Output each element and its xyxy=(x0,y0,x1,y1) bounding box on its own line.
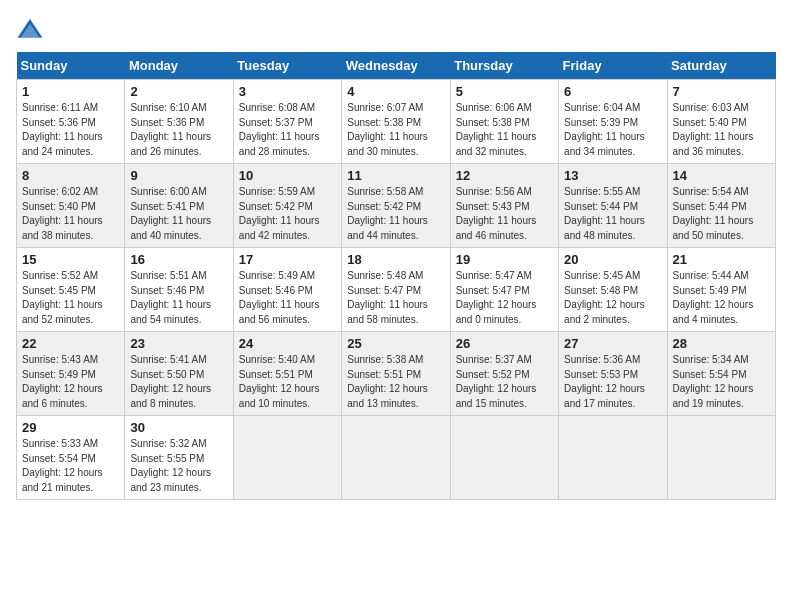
day-number: 14 xyxy=(673,168,770,183)
sunset-text: Sunset: 5:36 PM xyxy=(22,117,96,128)
calendar-day-cell: 5 Sunrise: 6:06 AM Sunset: 5:38 PM Dayli… xyxy=(450,80,558,164)
calendar-day-cell xyxy=(559,416,667,500)
calendar-day-cell: 28 Sunrise: 5:34 AM Sunset: 5:54 PM Dayl… xyxy=(667,332,775,416)
day-info: Sunrise: 5:59 AM Sunset: 5:42 PM Dayligh… xyxy=(239,185,336,243)
sunrise-text: Sunrise: 6:00 AM xyxy=(130,186,206,197)
calendar-day-cell: 23 Sunrise: 5:41 AM Sunset: 5:50 PM Dayl… xyxy=(125,332,233,416)
day-number: 10 xyxy=(239,168,336,183)
calendar-day-cell: 16 Sunrise: 5:51 AM Sunset: 5:46 PM Dayl… xyxy=(125,248,233,332)
sunset-text: Sunset: 5:38 PM xyxy=(347,117,421,128)
day-number: 27 xyxy=(564,336,661,351)
calendar-day-cell: 2 Sunrise: 6:10 AM Sunset: 5:36 PM Dayli… xyxy=(125,80,233,164)
calendar-day-cell: 25 Sunrise: 5:38 AM Sunset: 5:51 PM Dayl… xyxy=(342,332,450,416)
day-number: 30 xyxy=(130,420,227,435)
daylight-text: Daylight: 11 hours and 32 minutes. xyxy=(456,131,537,157)
daylight-text: Daylight: 12 hours and 15 minutes. xyxy=(456,383,537,409)
day-info: Sunrise: 5:32 AM Sunset: 5:55 PM Dayligh… xyxy=(130,437,227,495)
calendar-week-row: 8 Sunrise: 6:02 AM Sunset: 5:40 PM Dayli… xyxy=(17,164,776,248)
day-info: Sunrise: 5:43 AM Sunset: 5:49 PM Dayligh… xyxy=(22,353,119,411)
daylight-text: Daylight: 12 hours and 13 minutes. xyxy=(347,383,428,409)
sunrise-text: Sunrise: 5:34 AM xyxy=(673,354,749,365)
sunrise-text: Sunrise: 6:11 AM xyxy=(22,102,98,113)
day-info: Sunrise: 5:51 AM Sunset: 5:46 PM Dayligh… xyxy=(130,269,227,327)
day-number: 4 xyxy=(347,84,444,99)
day-info: Sunrise: 5:44 AM Sunset: 5:49 PM Dayligh… xyxy=(673,269,770,327)
day-info: Sunrise: 6:02 AM Sunset: 5:40 PM Dayligh… xyxy=(22,185,119,243)
weekday-header: Friday xyxy=(559,52,667,80)
sunrise-text: Sunrise: 5:33 AM xyxy=(22,438,98,449)
sunrise-text: Sunrise: 5:44 AM xyxy=(673,270,749,281)
day-info: Sunrise: 5:38 AM Sunset: 5:51 PM Dayligh… xyxy=(347,353,444,411)
sunset-text: Sunset: 5:40 PM xyxy=(673,117,747,128)
calendar-day-cell: 9 Sunrise: 6:00 AM Sunset: 5:41 PM Dayli… xyxy=(125,164,233,248)
daylight-text: Daylight: 11 hours and 30 minutes. xyxy=(347,131,428,157)
daylight-text: Daylight: 11 hours and 24 minutes. xyxy=(22,131,103,157)
calendar-day-cell: 15 Sunrise: 5:52 AM Sunset: 5:45 PM Dayl… xyxy=(17,248,125,332)
calendar-day-cell: 12 Sunrise: 5:56 AM Sunset: 5:43 PM Dayl… xyxy=(450,164,558,248)
day-number: 12 xyxy=(456,168,553,183)
sunrise-text: Sunrise: 6:08 AM xyxy=(239,102,315,113)
daylight-text: Daylight: 12 hours and 19 minutes. xyxy=(673,383,754,409)
daylight-text: Daylight: 12 hours and 8 minutes. xyxy=(130,383,211,409)
calendar-day-cell: 4 Sunrise: 6:07 AM Sunset: 5:38 PM Dayli… xyxy=(342,80,450,164)
day-info: Sunrise: 6:06 AM Sunset: 5:38 PM Dayligh… xyxy=(456,101,553,159)
sunrise-text: Sunrise: 6:02 AM xyxy=(22,186,98,197)
calendar-day-cell: 30 Sunrise: 5:32 AM Sunset: 5:55 PM Dayl… xyxy=(125,416,233,500)
calendar-day-cell: 1 Sunrise: 6:11 AM Sunset: 5:36 PM Dayli… xyxy=(17,80,125,164)
sunrise-text: Sunrise: 5:45 AM xyxy=(564,270,640,281)
sunrise-text: Sunrise: 5:56 AM xyxy=(456,186,532,197)
sunset-text: Sunset: 5:44 PM xyxy=(564,201,638,212)
sunrise-text: Sunrise: 5:37 AM xyxy=(456,354,532,365)
sunrise-text: Sunrise: 5:58 AM xyxy=(347,186,423,197)
day-number: 3 xyxy=(239,84,336,99)
sunrise-text: Sunrise: 5:36 AM xyxy=(564,354,640,365)
calendar-week-row: 29 Sunrise: 5:33 AM Sunset: 5:54 PM Dayl… xyxy=(17,416,776,500)
day-number: 16 xyxy=(130,252,227,267)
sunrise-text: Sunrise: 5:41 AM xyxy=(130,354,206,365)
sunset-text: Sunset: 5:46 PM xyxy=(239,285,313,296)
sunrise-text: Sunrise: 5:52 AM xyxy=(22,270,98,281)
calendar-day-cell: 27 Sunrise: 5:36 AM Sunset: 5:53 PM Dayl… xyxy=(559,332,667,416)
day-info: Sunrise: 5:55 AM Sunset: 5:44 PM Dayligh… xyxy=(564,185,661,243)
calendar-day-cell xyxy=(667,416,775,500)
sunset-text: Sunset: 5:53 PM xyxy=(564,369,638,380)
sunset-text: Sunset: 5:48 PM xyxy=(564,285,638,296)
calendar-week-row: 1 Sunrise: 6:11 AM Sunset: 5:36 PM Dayli… xyxy=(17,80,776,164)
day-number: 24 xyxy=(239,336,336,351)
day-number: 17 xyxy=(239,252,336,267)
daylight-text: Daylight: 12 hours and 17 minutes. xyxy=(564,383,645,409)
sunset-text: Sunset: 5:38 PM xyxy=(456,117,530,128)
day-number: 23 xyxy=(130,336,227,351)
sunrise-text: Sunrise: 6:04 AM xyxy=(564,102,640,113)
page-header xyxy=(16,16,776,44)
day-info: Sunrise: 6:10 AM Sunset: 5:36 PM Dayligh… xyxy=(130,101,227,159)
daylight-text: Daylight: 11 hours and 46 minutes. xyxy=(456,215,537,241)
calendar-day-cell: 11 Sunrise: 5:58 AM Sunset: 5:42 PM Dayl… xyxy=(342,164,450,248)
day-info: Sunrise: 5:48 AM Sunset: 5:47 PM Dayligh… xyxy=(347,269,444,327)
sunset-text: Sunset: 5:42 PM xyxy=(347,201,421,212)
day-number: 21 xyxy=(673,252,770,267)
day-number: 1 xyxy=(22,84,119,99)
calendar-day-cell: 14 Sunrise: 5:54 AM Sunset: 5:44 PM Dayl… xyxy=(667,164,775,248)
sunrise-text: Sunrise: 6:10 AM xyxy=(130,102,206,113)
day-number: 15 xyxy=(22,252,119,267)
day-number: 25 xyxy=(347,336,444,351)
sunrise-text: Sunrise: 5:32 AM xyxy=(130,438,206,449)
sunset-text: Sunset: 5:44 PM xyxy=(673,201,747,212)
sunset-text: Sunset: 5:36 PM xyxy=(130,117,204,128)
daylight-text: Daylight: 11 hours and 56 minutes. xyxy=(239,299,320,325)
day-info: Sunrise: 6:00 AM Sunset: 5:41 PM Dayligh… xyxy=(130,185,227,243)
day-info: Sunrise: 5:58 AM Sunset: 5:42 PM Dayligh… xyxy=(347,185,444,243)
sunset-text: Sunset: 5:46 PM xyxy=(130,285,204,296)
sunset-text: Sunset: 5:39 PM xyxy=(564,117,638,128)
day-number: 18 xyxy=(347,252,444,267)
calendar-day-cell: 29 Sunrise: 5:33 AM Sunset: 5:54 PM Dayl… xyxy=(17,416,125,500)
weekday-header: Monday xyxy=(125,52,233,80)
daylight-text: Daylight: 12 hours and 4 minutes. xyxy=(673,299,754,325)
day-info: Sunrise: 6:03 AM Sunset: 5:40 PM Dayligh… xyxy=(673,101,770,159)
sunrise-text: Sunrise: 5:51 AM xyxy=(130,270,206,281)
sunset-text: Sunset: 5:37 PM xyxy=(239,117,313,128)
day-number: 2 xyxy=(130,84,227,99)
day-number: 28 xyxy=(673,336,770,351)
calendar-day-cell: 10 Sunrise: 5:59 AM Sunset: 5:42 PM Dayl… xyxy=(233,164,341,248)
